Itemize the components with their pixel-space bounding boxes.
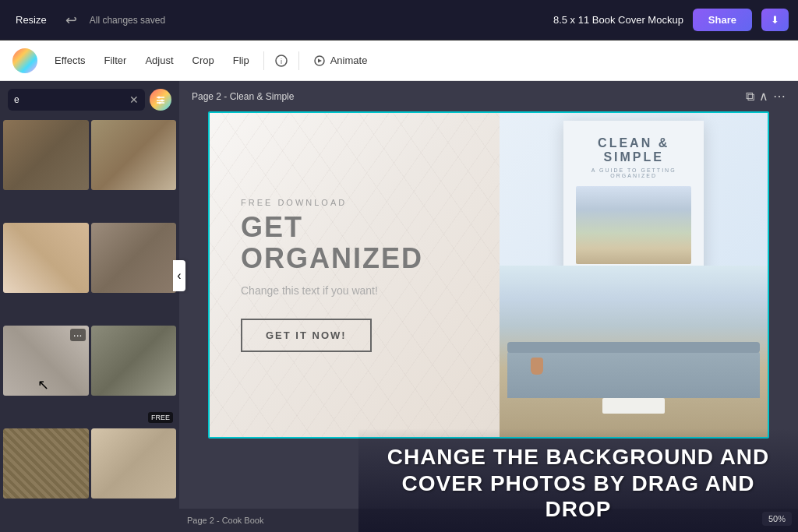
list-item[interactable]: FREE — [91, 326, 177, 426]
info-button[interactable]: i — [270, 50, 292, 72]
effects-button[interactable]: Effects — [47, 50, 94, 71]
book-cover-image — [576, 186, 691, 264]
adjust-button[interactable]: Adjust — [137, 50, 181, 71]
toolbar-divider-2 — [298, 51, 299, 70]
resize-button[interactable]: Resize — [9, 11, 53, 29]
bottom-overlay: CHANGE THE BACKGROUND AND COVER PHOTOS B… — [358, 428, 798, 532]
top-bar: Resize ↩ All changes saved 8.5 x 11 Book… — [0, 0, 798, 41]
page-up-button[interactable]: ∧ — [759, 89, 768, 104]
clear-search-button[interactable]: ✕ — [129, 93, 139, 106]
sub-text[interactable]: Change this text if you want! — [241, 284, 468, 297]
sofa — [507, 351, 760, 398]
photo-thumbnail — [91, 326, 177, 396]
svg-text:i: i — [281, 58, 282, 65]
free-download-label: FREE DOWNLOAD — [241, 198, 468, 207]
photo-thumbnail — [3, 120, 89, 190]
canvas-area: Page 2 - Clean & Simple ⧉ ∧ ⋯ FREE — [179, 81, 798, 532]
animate-button[interactable]: Animate — [305, 50, 376, 72]
svg-point-4 — [158, 97, 161, 99]
document-title: 8.5 x 11 Book Cover Mockup — [553, 14, 683, 26]
cta-button[interactable]: GET IT NOW! — [241, 319, 372, 352]
filter-icon[interactable] — [150, 89, 171, 111]
coffee-table — [602, 398, 665, 414]
more-options-button[interactable]: ··· — [70, 329, 86, 341]
canvas-frame: FREE DOWNLOAD GET ORGANIZED Change this … — [208, 111, 769, 439]
sidebar: ✕ — [0, 81, 179, 532]
list-item[interactable] — [3, 120, 89, 220]
page-actions: ⧉ ∧ ⋯ — [746, 89, 786, 104]
zoom-indicator: 50% — [762, 512, 792, 526]
toolbar: Effects Filter Adjust Crop Flip i Animat… — [0, 41, 798, 81]
overlay-text-line2: COVER PHOTOS BY DRAG AND DROP — [377, 470, 779, 523]
copy-page-button[interactable]: ⧉ — [746, 90, 754, 104]
page-label: Page 2 - Clean & Simple — [192, 91, 294, 102]
toolbar-divider — [263, 51, 264, 70]
page-header: Page 2 - Clean & Simple ⧉ ∧ ⋯ — [179, 81, 798, 111]
canvas-content: FREE DOWNLOAD GET ORGANIZED Change this … — [210, 113, 500, 437]
canva-logo — [12, 48, 37, 73]
download-button[interactable]: ⬇ — [761, 9, 789, 31]
list-item[interactable] — [91, 223, 177, 323]
flip-button[interactable]: Flip — [225, 50, 257, 71]
book-cover-title: CLEAN & SIMPLE — [576, 136, 691, 164]
page-nav-item[interactable]: Page 2 - Cook Book — [179, 513, 271, 528]
overlay-text-line1: CHANGE THE BACKGROUND AND — [377, 444, 779, 470]
book-cover-subtitle: A GUIDE TO GETTING ORGANIZED — [576, 167, 691, 178]
book-panel: CLEAN & SIMPLE A GUIDE TO GETTING ORGANI… — [500, 113, 768, 437]
search-input-wrap: ✕ — [8, 89, 145, 111]
share-button[interactable]: Share — [693, 9, 752, 31]
list-item[interactable]: ··· ↖ — [3, 326, 89, 426]
main-layout: ✕ — [0, 81, 798, 532]
list-item[interactable] — [91, 120, 177, 220]
page-more-button[interactable]: ⋯ — [773, 89, 786, 104]
download-icon: ⬇ — [771, 14, 779, 26]
photo-thumbnail — [3, 428, 89, 499]
photo-thumbnail — [3, 223, 89, 293]
photo-thumbnail — [91, 223, 177, 293]
svg-point-8 — [159, 102, 161, 104]
main-headline[interactable]: GET ORGANIZED — [241, 212, 468, 273]
list-item[interactable] — [3, 223, 89, 323]
photo-thumbnail — [91, 428, 177, 499]
book-cover: CLEAN & SIMPLE A GUIDE TO GETTING ORGANI… — [563, 121, 704, 288]
free-badge: FREE — [148, 412, 173, 423]
sidebar-toggle-button[interactable]: ‹ — [173, 260, 185, 291]
sliders-icon — [155, 94, 166, 105]
saved-status: All changes saved — [90, 15, 544, 26]
plant-vase — [531, 358, 543, 375]
filter-button[interactable]: Filter — [97, 50, 135, 71]
chevron-left-icon: ‹ — [177, 269, 181, 283]
room-scene — [500, 266, 768, 437]
image-grid: ··· ↖ FREE — [0, 117, 179, 532]
undo-button[interactable]: ↩ — [62, 9, 80, 32]
svg-point-6 — [161, 100, 164, 102]
search-input[interactable] — [14, 94, 125, 105]
crop-button[interactable]: Crop — [185, 50, 222, 71]
animate-icon — [313, 55, 326, 67]
search-bar: ✕ — [0, 81, 179, 117]
photo-thumbnail — [91, 120, 177, 190]
